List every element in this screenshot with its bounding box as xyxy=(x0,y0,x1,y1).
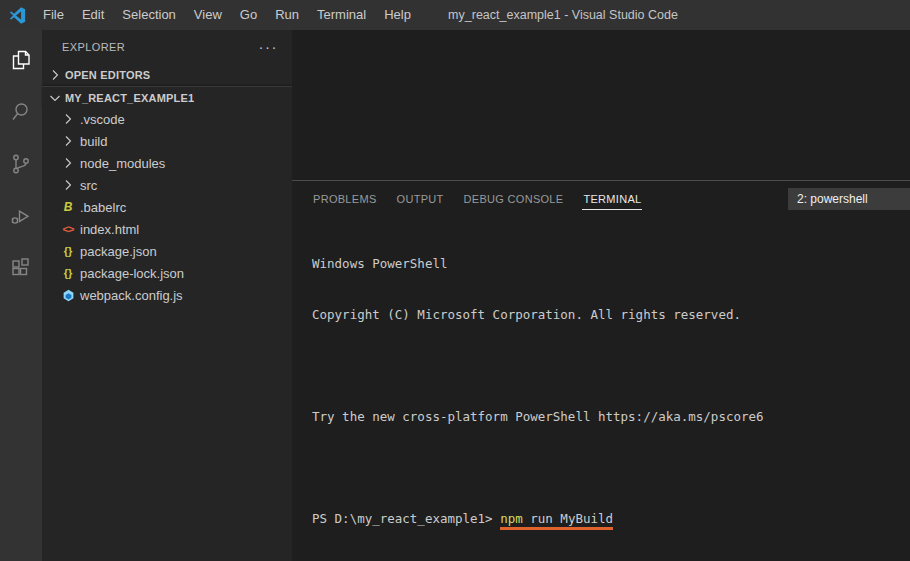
window-title: my_react_example1 - Visual Studio Code xyxy=(448,8,678,22)
explorer-title: EXPLORER xyxy=(62,41,125,53)
vscode-logo-icon xyxy=(0,7,34,24)
tree-item-label: index.html xyxy=(80,222,139,237)
tree-item-package-lock-json[interactable]: {} package-lock.json xyxy=(42,262,292,284)
terminal-blank-line xyxy=(312,459,910,476)
menu-go[interactable]: Go xyxy=(231,0,266,30)
tree-item-src[interactable]: src xyxy=(42,174,292,196)
terminal-line: Try the new cross-platform PowerShell ht… xyxy=(312,408,910,425)
terminal-command-args: run MyBuild xyxy=(523,511,613,526)
menu-selection[interactable]: Selection xyxy=(113,0,184,30)
tab-problems[interactable]: PROBLEMS xyxy=(312,189,378,210)
html-icon: <> xyxy=(60,221,76,237)
tree-item-label: .vscode xyxy=(80,112,125,127)
tree-item-node-modules[interactable]: node_modules xyxy=(42,152,292,174)
terminal-line: Copyright (C) Microsoft Corporation. All… xyxy=(312,306,910,323)
tree-item-vscode[interactable]: .vscode xyxy=(42,108,292,130)
menu-view[interactable]: View xyxy=(185,0,231,30)
tab-terminal[interactable]: TERMINAL xyxy=(582,189,642,210)
chevron-down-icon xyxy=(47,90,63,106)
menu-terminal[interactable]: Terminal xyxy=(308,0,375,30)
terminal-instance-selector[interactable]: 2: powershell xyxy=(788,188,910,210)
explorer-icon[interactable] xyxy=(0,34,42,86)
tree-item-label: build xyxy=(80,134,107,149)
source-control-icon[interactable] xyxy=(0,138,42,190)
menu-file[interactable]: File xyxy=(34,0,73,30)
tree-item-babelrc[interactable]: B .babelrc xyxy=(42,196,292,218)
open-editors-label: OPEN EDITORS xyxy=(65,69,150,81)
tree-item-label: node_modules xyxy=(80,156,165,171)
terminal-blank-line xyxy=(312,357,910,374)
run-debug-icon[interactable] xyxy=(0,190,42,242)
chevron-right-icon xyxy=(60,133,76,149)
terminal-command-name: npm xyxy=(500,511,523,526)
terminal-line: Windows PowerShell xyxy=(312,255,910,272)
tab-debug-console[interactable]: DEBUG CONSOLE xyxy=(463,189,565,210)
webpack-icon xyxy=(60,287,76,303)
chevron-right-icon xyxy=(60,177,76,193)
menu-edit[interactable]: Edit xyxy=(73,0,113,30)
search-icon[interactable] xyxy=(0,86,42,138)
bottom-panel: PROBLEMS OUTPUT DEBUG CONSOLE TERMINAL 2… xyxy=(292,180,910,561)
terminal-selector-value: 2: powershell xyxy=(797,192,868,206)
activity-bar xyxy=(0,30,42,561)
tree-item-label: package.json xyxy=(80,244,157,259)
chevron-right-icon xyxy=(60,111,76,127)
tree-item-label: package-lock.json xyxy=(80,266,184,281)
json-icon: {} xyxy=(60,265,76,281)
tree-item-label: src xyxy=(80,178,97,193)
tree-item-package-json[interactable]: {} package.json xyxy=(42,240,292,262)
terminal-command: npm run MyBuild xyxy=(500,511,613,530)
more-actions-icon[interactable]: ··· xyxy=(259,42,279,52)
tree-item-index-html[interactable]: <> index.html xyxy=(42,218,292,240)
terminal-prompt: PS D:\my_react_example1> xyxy=(312,511,500,526)
tab-output[interactable]: OUTPUT xyxy=(396,189,445,210)
json-icon: {} xyxy=(60,243,76,259)
chevron-right-icon xyxy=(60,155,76,171)
terminal-output[interactable]: Windows PowerShell Copyright (C) Microso… xyxy=(292,217,910,561)
tree-item-label: .babelrc xyxy=(80,200,126,215)
editor-area[interactable] xyxy=(292,30,910,180)
open-editors-section[interactable]: OPEN EDITORS xyxy=(42,64,292,86)
root-folder-section[interactable]: MY_REACT_EXAMPLE1 xyxy=(42,86,292,108)
menu-help[interactable]: Help xyxy=(375,0,420,30)
babel-icon: B xyxy=(60,199,76,215)
menu-run[interactable]: Run xyxy=(266,0,308,30)
terminal-prompt-line: PS D:\my_react_example1> npm run MyBuild xyxy=(312,510,910,527)
explorer-sidebar: EXPLORER ··· OPEN EDITORS MY_REACT_EXAMP… xyxy=(42,30,292,561)
extensions-icon[interactable] xyxy=(0,242,42,294)
tree-item-label: webpack.config.js xyxy=(80,288,183,303)
chevron-right-icon xyxy=(47,67,63,83)
tree-item-webpack-config-js[interactable]: webpack.config.js xyxy=(42,284,292,306)
root-folder-label: MY_REACT_EXAMPLE1 xyxy=(65,92,194,104)
title-bar: File Edit Selection View Go Run Terminal… xyxy=(0,0,910,30)
tree-item-build[interactable]: build xyxy=(42,130,292,152)
